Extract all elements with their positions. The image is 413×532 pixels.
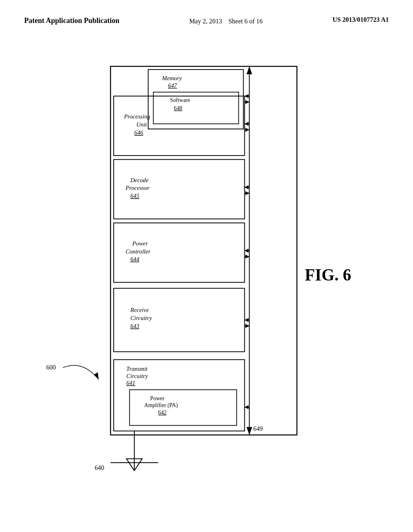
diagram-area: 649 Transmit Circuitry 641 Power Amplifi…	[0, 35, 413, 510]
processing-ref: 646	[134, 129, 144, 135]
publication-title: Patent Application Publication	[24, 16, 119, 25]
svg-marker-7	[244, 405, 248, 409]
decode-ref: 645	[130, 193, 139, 199]
sheet-info: Sheet 6 of 16	[228, 18, 263, 25]
bus-label: 649	[253, 425, 263, 432]
pa-label2: Amplifier (PA)	[144, 402, 178, 409]
pa-ref: 642	[158, 409, 167, 416]
decode-label1: Decode	[130, 177, 148, 183]
page-header: Patent Application Publication May 2, 20…	[0, 0, 413, 35]
svg-marker-39	[94, 372, 99, 379]
software-ref: 648	[174, 105, 182, 111]
publication-date: May 2, 2013	[189, 18, 222, 25]
svg-marker-15	[245, 324, 249, 328]
patent-number: US 2013/0107723 A1	[332, 16, 389, 23]
receive-ref: 643	[130, 322, 139, 329]
transmit-label2: Circuitry	[126, 372, 148, 379]
transmit-ref: 641	[126, 380, 135, 386]
memory-label: Memory	[162, 75, 182, 81]
fig-label: FIG. 6	[305, 265, 351, 284]
software-label: Software	[170, 97, 190, 103]
svg-marker-34	[244, 94, 248, 98]
power-ref: 644	[130, 256, 140, 262]
svg-marker-13	[244, 318, 248, 322]
svg-marker-18	[244, 249, 248, 253]
circuit-diagram: 649 Transmit Circuitry 641 Power Amplifi…	[0, 35, 413, 510]
processing-label1: Processing	[123, 113, 150, 120]
memory-ref: 647	[168, 82, 177, 88]
decode-label2: Processor	[125, 185, 150, 191]
svg-marker-30	[245, 128, 249, 132]
power-label2: Controller	[125, 248, 150, 254]
system-600-label: 600	[46, 364, 56, 371]
header-center: May 2, 2013 Sheet 6 of 16	[189, 16, 263, 27]
svg-marker-20	[245, 254, 249, 258]
svg-marker-36	[245, 100, 249, 104]
svg-marker-3	[246, 427, 252, 435]
pa-label1: Power	[150, 395, 165, 401]
processing-label2: Unit	[136, 121, 147, 128]
power-label1: Power	[132, 240, 148, 247]
svg-marker-2	[246, 66, 252, 74]
svg-marker-23	[244, 185, 248, 189]
svg-marker-28	[244, 122, 248, 126]
receive-label1: Receive	[130, 307, 149, 313]
svg-marker-25	[245, 191, 249, 195]
antenna-label: 640	[95, 464, 104, 471]
receive-label2: Circuitry	[130, 315, 152, 321]
svg-rect-32	[153, 92, 238, 124]
transmit-label1: Transmit	[126, 365, 148, 372]
